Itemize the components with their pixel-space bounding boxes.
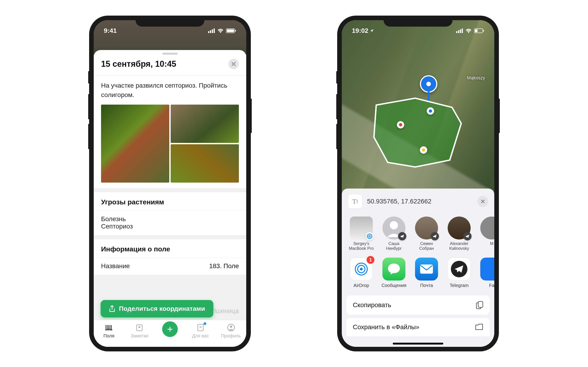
- action-label: Скопировать: [353, 301, 391, 309]
- map-pin-red[interactable]: [397, 121, 404, 128]
- svg-rect-3: [214, 28, 215, 33]
- avatar-icon: [382, 217, 405, 240]
- airdrop-badge-icon: [365, 232, 374, 240]
- device-icon: [350, 217, 373, 240]
- share-item-icon: TI: [348, 194, 363, 209]
- contact-person[interactable]: Саша Нинбург: [380, 217, 407, 251]
- avatar-icon: [448, 217, 471, 240]
- app-facebook[interactable]: Fa: [478, 258, 494, 288]
- close-button[interactable]: [228, 59, 239, 69]
- app-mail[interactable]: Почта: [413, 258, 440, 288]
- app-airdrop[interactable]: 1 AirDrop: [348, 258, 375, 288]
- contact-label: Alexander Kalinovsky: [446, 241, 473, 251]
- note-detail-sheet: 15 сентября, 10:45 На участке развился с…: [94, 50, 246, 347]
- tab-profile[interactable]: Профиль: [218, 323, 244, 339]
- close-icon: [481, 199, 485, 204]
- notes-icon: [135, 323, 144, 332]
- cellular-icon: [456, 28, 463, 33]
- svg-rect-15: [462, 28, 463, 33]
- svg-rect-2: [212, 29, 213, 33]
- profile-icon: [226, 323, 236, 332]
- tab-label: Заметки: [131, 333, 148, 339]
- note-title: 15 сентября, 10:45: [101, 59, 176, 69]
- contact-person[interactable]: Alexander Kalinovsky: [446, 217, 473, 251]
- tab-fields[interactable]: Поля: [96, 323, 121, 339]
- threat-row[interactable]: Болезнь Септориоз: [94, 210, 246, 235]
- map-pin-yellow[interactable]: [420, 146, 427, 154]
- phone-left: 9:41 15 сентября, 10:45 На участке разви…: [90, 16, 250, 351]
- copy-icon: [476, 301, 483, 309]
- field-boundary[interactable]: [369, 96, 466, 169]
- note-photo-3[interactable]: [171, 144, 239, 183]
- map-pin-white[interactable]: [427, 107, 434, 115]
- app-label: Почта: [420, 283, 433, 288]
- action-save-files[interactable]: Сохранить в «Файлы»: [346, 318, 490, 336]
- folder-icon: [475, 324, 483, 331]
- note-photos[interactable]: [101, 105, 239, 183]
- app-label: Fa: [489, 283, 494, 288]
- svg-rect-17: [475, 29, 477, 32]
- threats-heading: Угрозы растениям: [94, 192, 246, 210]
- field-name-row[interactable]: Название 183. Поле: [94, 257, 246, 275]
- note-photo-1[interactable]: [101, 105, 169, 183]
- action-copy[interactable]: Скопировать: [346, 295, 490, 315]
- tab-label: Профиль: [221, 333, 241, 339]
- fields-icon: [104, 323, 114, 332]
- telegram-icon: [448, 258, 471, 281]
- wifi-icon: [465, 28, 472, 33]
- telegram-badge-icon: [398, 232, 406, 240]
- wifi-icon: [217, 28, 224, 33]
- airdrop-badge: 1: [367, 256, 374, 264]
- cellular-icon: [208, 28, 215, 33]
- svg-rect-29: [478, 301, 483, 307]
- sheet-grabber[interactable]: [162, 53, 178, 55]
- airdrop-contacts-row[interactable]: Sergey's MacBook Pro Саша Нинбург: [342, 214, 494, 255]
- ios-share-sheet: TI 50.935765, 17.622662 Sergey's MacBook…: [342, 189, 494, 347]
- svg-rect-5: [227, 29, 234, 32]
- svg-rect-13: [458, 30, 459, 33]
- svg-rect-26: [420, 265, 433, 274]
- location-icon: [370, 29, 374, 33]
- svg-rect-6: [235, 30, 236, 32]
- share-close-button[interactable]: [477, 196, 488, 207]
- app-label: AirDrop: [354, 283, 369, 288]
- map-pin-primary[interactable]: [420, 75, 437, 93]
- threat-name: Септориоз: [101, 223, 239, 230]
- contact-label: M: [490, 241, 493, 246]
- share-button-label: Поделиться координатами: [119, 305, 205, 312]
- share-icon: [109, 305, 115, 312]
- airdrop-icon: 1: [350, 258, 373, 281]
- app-label: Сообщения: [381, 283, 406, 288]
- svg-point-11: [230, 325, 232, 328]
- svg-rect-9: [198, 324, 203, 331]
- status-indicators: [208, 28, 236, 33]
- contact-person[interactable]: M: [478, 217, 494, 251]
- contact-macbook[interactable]: Sergey's MacBook Pro: [348, 217, 375, 251]
- telegram-badge-icon: [463, 232, 472, 240]
- share-apps-row[interactable]: 1 AirDrop Сообщения Почта: [342, 255, 494, 293]
- tab-foryou[interactable]: Для вас: [188, 323, 213, 339]
- telegram-badge-icon: [431, 232, 439, 240]
- phone-right: Mąkoszy 19:02 TI 50.935765, 17.622662: [338, 16, 498, 351]
- svg-point-23: [360, 268, 363, 270]
- app-telegram[interactable]: Telegram: [446, 258, 473, 288]
- share-coordinates-text: 50.935765, 17.622662: [367, 198, 473, 205]
- svg-rect-18: [483, 30, 484, 32]
- note-photo-2[interactable]: [171, 105, 239, 143]
- svg-rect-0: [208, 31, 209, 33]
- share-coordinates-button[interactable]: Поделиться координатами: [101, 300, 213, 317]
- foryou-icon: [196, 323, 205, 332]
- app-messages[interactable]: Сообщения: [380, 258, 407, 288]
- contact-person[interactable]: Семен Собран: [413, 217, 440, 251]
- avatar-icon: [415, 217, 438, 240]
- action-label: Сохранить в «Файлы»: [353, 323, 419, 331]
- avatar-icon: [480, 217, 494, 240]
- tab-add[interactable]: +: [157, 323, 183, 337]
- contact-label: Семен Собран: [413, 241, 440, 251]
- app-label: Telegram: [450, 283, 468, 288]
- tab-notes[interactable]: Заметки: [127, 323, 152, 339]
- contact-label: Sergey's MacBook Pro: [348, 241, 375, 251]
- tab-label: Для вас: [192, 333, 209, 339]
- home-indicator[interactable]: [393, 343, 443, 344]
- close-icon: [231, 61, 236, 67]
